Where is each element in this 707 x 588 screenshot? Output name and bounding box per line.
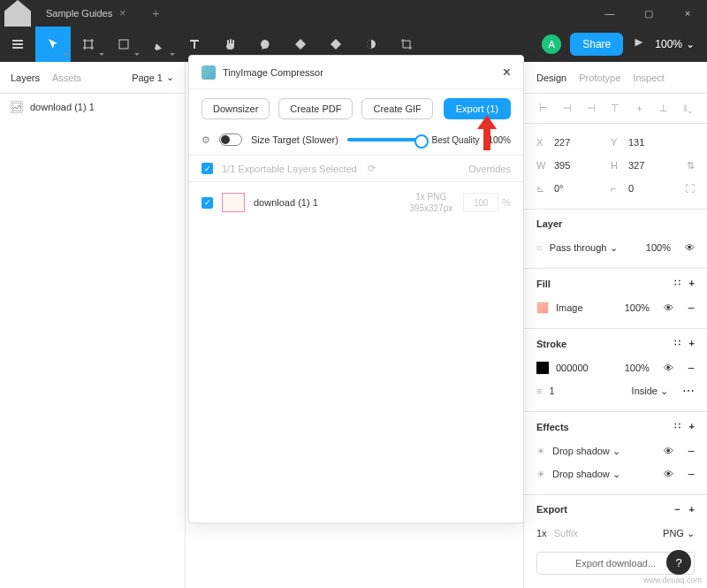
downsizer-button[interactable]: Downsizer <box>201 98 270 119</box>
page-selector[interactable]: Page 1 ⌄ <box>132 72 174 83</box>
settings-icon[interactable]: ⚙ <box>201 134 210 146</box>
stroke-swatch[interactable] <box>536 362 549 374</box>
stroke-opacity-input[interactable]: 100% <box>625 363 650 373</box>
export-item-row[interactable]: ✓ download (1) 1 1x PNG 395x327px 100 % <box>189 182 523 223</box>
frame-tool[interactable] <box>71 27 106 62</box>
tab-design[interactable]: Design <box>536 73 566 83</box>
style-icon[interactable]: ∷ <box>674 421 680 432</box>
align-top-icon[interactable]: ⊤ <box>608 103 622 114</box>
tab-prototype[interactable]: Prototype <box>579 73 620 83</box>
x-input[interactable]: 227 <box>554 137 605 148</box>
new-tab-button[interactable]: + <box>141 6 170 20</box>
shape-tool[interactable] <box>106 27 141 62</box>
share-button[interactable]: Share <box>570 33 623 56</box>
window-maximize[interactable]: ▢ <box>629 0 668 27</box>
remove-effect-icon[interactable]: − <box>688 444 695 458</box>
svg-rect-0 <box>119 40 128 49</box>
add-stroke-icon[interactable]: + <box>689 338 695 349</box>
w-input[interactable]: 395 <box>554 160 605 171</box>
present-button[interactable] <box>632 36 644 52</box>
close-tab-icon[interactable]: × <box>119 7 125 19</box>
style-icon[interactable]: ∷ <box>674 278 680 289</box>
blend-mode-select[interactable]: Pass through ⌄ <box>550 242 618 254</box>
align-center-h-icon[interactable]: ⊣ <box>560 103 574 114</box>
eye-icon[interactable]: 👁 <box>664 363 673 373</box>
add-effect-icon[interactable]: + <box>689 421 695 432</box>
tab-inspect[interactable]: Inspect <box>633 73 664 83</box>
item-meta: 1x PNG 395x327px <box>409 191 452 214</box>
remove-export-icon[interactable]: − <box>674 504 680 515</box>
effect-type-select[interactable]: Drop shadow ⌄ <box>552 469 620 480</box>
align-bottom-icon[interactable]: ⊥ <box>657 103 671 114</box>
export-format-select[interactable]: PNG ⌄ <box>663 528 695 539</box>
section-effects-title: Effects <box>536 422 569 432</box>
zoom-value: 100% <box>655 38 682 50</box>
remove-effect-icon[interactable]: − <box>688 467 695 481</box>
fill-swatch[interactable] <box>536 302 549 314</box>
layer-item[interactable]: download (1) 1 <box>0 94 185 120</box>
y-input[interactable]: 131 <box>628 137 680 148</box>
fill-opacity-input[interactable]: 100% <box>625 302 650 313</box>
chevron-down-icon: ⌄ <box>166 72 174 83</box>
move-tool[interactable] <box>35 27 71 62</box>
close-icon[interactable]: × <box>503 65 511 80</box>
add-export-icon[interactable]: + <box>689 504 695 515</box>
independent-corners-icon[interactable]: ⛶ <box>685 183 695 194</box>
window-minimize[interactable]: — <box>590 0 629 27</box>
distribute-icon[interactable]: ⦀⌄ <box>680 103 695 114</box>
export-scale-select[interactable]: 1x <box>536 528 547 538</box>
zoom-menu[interactable]: 100% ⌄ <box>655 38 695 50</box>
stroke-hex-input[interactable]: 000000 <box>556 363 589 373</box>
export-count-button[interactable]: Export (1) <box>444 98 511 119</box>
main-menu-button[interactable] <box>0 27 35 62</box>
align-right-icon[interactable]: ⊣ <box>584 103 598 114</box>
avatar[interactable]: A <box>542 34 561 54</box>
pen-tool[interactable] <box>141 27 177 62</box>
tab-layers[interactable]: Layers <box>11 73 40 83</box>
fill-type[interactable]: Image <box>556 302 583 313</box>
create-pdf-button[interactable]: Create PDF <box>278 98 353 119</box>
create-gif-button[interactable]: Create GIF <box>361 98 432 119</box>
eye-icon[interactable]: 👁 <box>664 469 673 479</box>
section-stroke-title: Stroke <box>536 339 566 349</box>
quality-slider[interactable] <box>347 138 423 141</box>
chevron-down-icon: ⌄ <box>686 38 695 50</box>
tinyimage-modal: TinyImage Compressor × Downsizer Create … <box>188 55 524 523</box>
item-quality-input[interactable]: 100 <box>463 193 498 212</box>
remove-fill-icon[interactable]: − <box>688 301 695 315</box>
window-close[interactable]: × <box>668 0 707 27</box>
stroke-weight-icon: ≡ <box>536 386 542 396</box>
refresh-icon[interactable]: ⟳ <box>368 163 376 174</box>
style-icon[interactable]: ∷ <box>674 338 680 349</box>
layer-opacity-input[interactable]: 100% <box>646 242 671 253</box>
export-suffix-input[interactable]: Suffix <box>554 528 578 538</box>
effect-settings-icon[interactable]: ☀ <box>536 446 545 457</box>
stroke-options-icon[interactable]: ⋯ <box>682 384 695 398</box>
effect-type-select[interactable]: Drop shadow ⌄ <box>552 446 620 457</box>
corner-input[interactable]: 0 <box>628 183 680 194</box>
document-tab[interactable]: Sample Guides × <box>35 0 141 27</box>
size-target-toggle[interactable] <box>219 134 242 146</box>
h-input[interactable]: 327 <box>628 160 680 171</box>
item-checkbox[interactable]: ✓ <box>201 197 213 209</box>
best-quality-pct: 100% <box>488 135 511 145</box>
add-fill-icon[interactable]: + <box>689 278 695 289</box>
constrain-icon[interactable]: ⇅ <box>687 160 695 172</box>
align-center-v-icon[interactable]: ＋ <box>633 102 647 115</box>
overrides-button[interactable]: Overrides <box>468 164 511 174</box>
item-name: download (1) 1 <box>254 197 318 208</box>
stroke-width-input[interactable]: 1 <box>549 386 554 396</box>
pct-sign: % <box>502 197 511 208</box>
eye-icon[interactable]: 👁 <box>664 302 673 313</box>
rotation-input[interactable]: 0° <box>554 183 605 194</box>
effect-settings-icon[interactable]: ☀ <box>536 469 545 480</box>
stroke-align-select[interactable]: Inside ⌄ <box>632 386 668 397</box>
eye-icon[interactable]: 👁 <box>685 242 695 253</box>
remove-stroke-icon[interactable]: − <box>688 361 695 375</box>
eye-icon[interactable]: 👁 <box>664 446 673 456</box>
align-left-icon[interactable]: ⊢ <box>536 103 551 114</box>
tab-assets[interactable]: Assets <box>52 73 81 83</box>
select-all-checkbox[interactable]: ✓ <box>201 163 213 174</box>
help-button[interactable]: ? <box>666 550 691 575</box>
plugin-logo-icon <box>201 65 216 80</box>
